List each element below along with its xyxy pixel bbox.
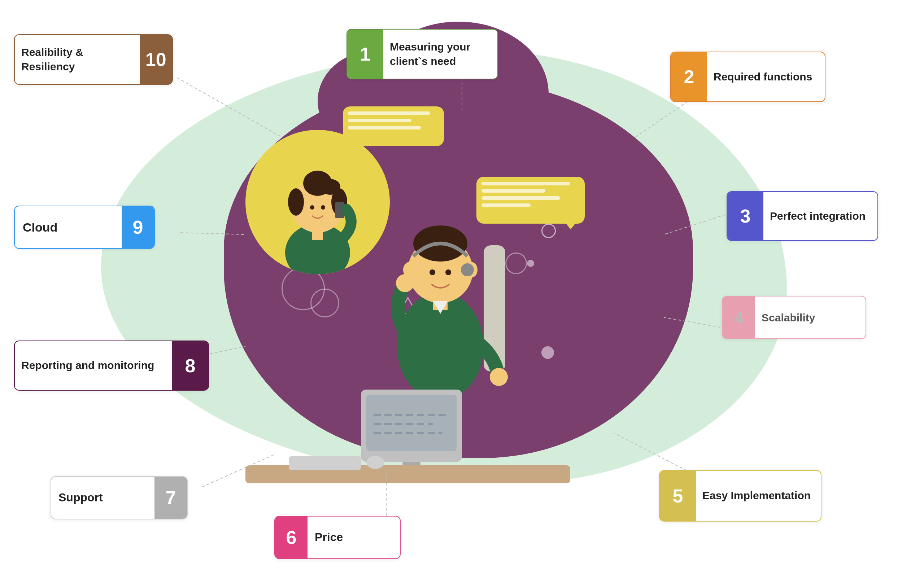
svg-point-19	[446, 269, 451, 275]
card-8-reporting: Reporting and monitoring 8	[14, 341, 209, 390]
card-1-measuring: 1 Measuring your client`s need	[347, 29, 498, 79]
svg-point-22	[396, 274, 414, 292]
deco-dot-3	[542, 346, 554, 359]
card-2-badge: 2	[671, 52, 707, 102]
card-6-label: Price	[308, 526, 350, 549]
card-10-label: Realibility & Resiliency	[15, 41, 140, 79]
card-2-label: Required functions	[707, 65, 819, 89]
card-8-badge: 8	[172, 341, 208, 390]
chat-bubble-1	[343, 106, 444, 146]
card-6-badge: 6	[275, 516, 308, 559]
desk-svg	[245, 382, 570, 483]
svg-point-18	[430, 269, 435, 275]
card-5-implementation: 5 Easy Implementation	[659, 470, 822, 522]
deco-circle-4	[542, 224, 556, 238]
svg-point-17	[461, 263, 474, 276]
card-10-reliability: Realibility & Resiliency 10	[14, 34, 173, 85]
card-8-label: Reporting and monitoring	[15, 354, 161, 377]
card-5-badge: 5	[660, 470, 696, 522]
card-10-badge: 10	[140, 34, 173, 85]
card-5-label: Easy Implementation	[696, 484, 817, 508]
card-3-badge: 3	[727, 191, 763, 241]
card-4-label: Scalability	[755, 306, 822, 329]
card-6-price: 6 Price	[274, 516, 401, 559]
svg-rect-9	[312, 229, 323, 240]
card-9-cloud: Cloud 9	[14, 205, 155, 249]
card-9-label: Cloud	[15, 215, 65, 239]
card-9-badge: 9	[122, 205, 154, 249]
card-1-label: Measuring your client`s need	[383, 35, 497, 73]
card-4-scalability: 4 Scalability	[722, 296, 866, 339]
svg-point-33	[366, 456, 384, 469]
card-7-label: Support	[51, 486, 110, 510]
card-3-integration: 3 Perfect integration	[727, 191, 878, 241]
svg-point-5	[288, 188, 304, 216]
card-7-support: Support 7	[51, 476, 188, 519]
svg-rect-32	[289, 456, 361, 470]
card-7-badge: 7	[155, 476, 187, 519]
card-3-label: Perfect integration	[763, 205, 872, 228]
svg-point-7	[310, 205, 314, 210]
card-1-badge: 1	[347, 29, 383, 79]
card-2-required: 2 Required functions	[670, 52, 825, 102]
card-4-badge: 4	[723, 296, 755, 339]
svg-point-8	[321, 205, 325, 210]
deco-circle-2	[310, 289, 339, 318]
